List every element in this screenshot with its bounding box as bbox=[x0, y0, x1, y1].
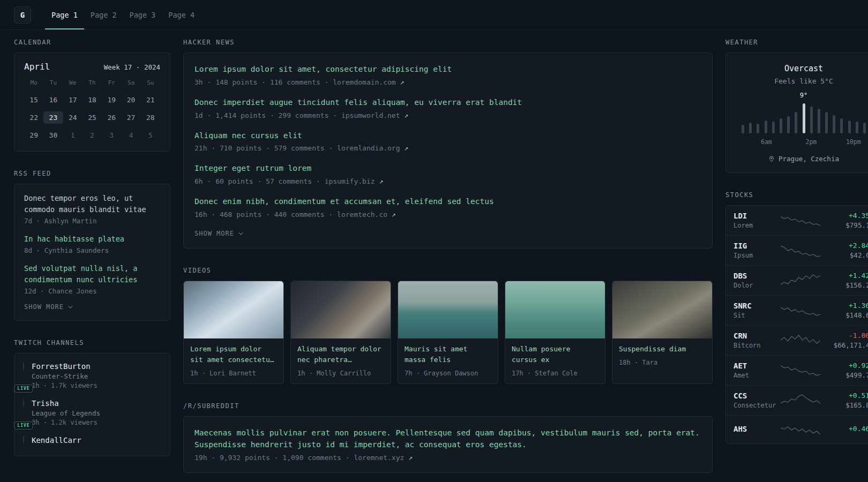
hn-domain-link[interactable]: ipsumify.biz ↗ bbox=[325, 177, 384, 185]
subreddit-domain-link[interactable]: loremnet.xyz ↗ bbox=[354, 454, 413, 462]
app-logo[interactable]: G bbox=[14, 6, 31, 24]
stock-row[interactable]: CCSConsectetur +0.51%$165.84 bbox=[726, 385, 868, 415]
hn-domain-link[interactable]: ipsumworld.net ↗ bbox=[341, 111, 408, 119]
stock-name: Ipsum bbox=[734, 252, 781, 259]
calendar-day: 24 bbox=[63, 111, 83, 124]
rss-show-more-button[interactable]: SHOW MORE bbox=[24, 303, 71, 311]
calendar-day: 18 bbox=[83, 94, 102, 106]
stock-change: +0.92% bbox=[828, 362, 868, 370]
stock-price: $148.64 bbox=[828, 311, 868, 319]
tab-page-3[interactable]: Page 3 bbox=[123, 1, 162, 29]
twitch-channel-row[interactable]: KendallCarr bbox=[23, 436, 161, 446]
stock-name: Consectetur bbox=[734, 402, 781, 409]
hn-item-link[interactable]: Integer eget rutrum lorem bbox=[194, 163, 701, 175]
weather-bar-wrap bbox=[833, 101, 835, 133]
hn-item-link[interactable]: Aliquam nec cursus elit bbox=[194, 130, 701, 142]
weather-condition: Overcast bbox=[734, 64, 868, 73]
stock-sparkline bbox=[781, 303, 820, 319]
hn-domain: loremdomain.com bbox=[333, 78, 395, 86]
weather-bar bbox=[840, 118, 843, 133]
stock-sparkline bbox=[781, 213, 820, 229]
stock-symbol: CRN bbox=[734, 332, 781, 340]
weather-temp-label: 9° bbox=[800, 92, 807, 99]
rss-item-link[interactable]: In hac habitasse platea bbox=[24, 234, 160, 245]
chevron-down-icon bbox=[238, 230, 243, 235]
stock-row[interactable]: IIGIpsum +2.84%$42.04 bbox=[726, 235, 868, 265]
stock-row[interactable]: SNRCSit +1.36%$148.64 bbox=[726, 295, 868, 325]
live-badge: LIVE bbox=[14, 385, 33, 393]
video-card[interactable]: Lorem ipsum dolor sit amet consectetu… 1… bbox=[183, 281, 284, 384]
tab-page-4[interactable]: Page 4 bbox=[162, 1, 201, 29]
stock-price: $795.18 bbox=[828, 221, 868, 229]
stock-sparkline bbox=[781, 363, 820, 379]
channel-name: ForrestBurton bbox=[32, 362, 98, 371]
top-nav: G Page 1 Page 2 Page 3 Page 4 bbox=[0, 0, 868, 30]
stock-row[interactable]: AETAmet +0.92%$499.72 bbox=[726, 355, 868, 385]
hn-domain-link[interactable]: loremlandia.org ↗ bbox=[337, 144, 408, 152]
stock-price: $156.28 bbox=[828, 281, 868, 289]
rss-item-link[interactable]: Donec tempor eros leo, ut commodo mauris… bbox=[24, 193, 160, 215]
weather-bar-wrap bbox=[863, 101, 866, 133]
stocks-widget-title: STOCKS bbox=[725, 191, 868, 199]
video-thumbnail bbox=[291, 281, 391, 338]
calendar-day: 2 bbox=[83, 129, 102, 141]
channel-game: League of Legends bbox=[32, 409, 100, 417]
calendar-day: 3 bbox=[102, 129, 121, 141]
hn-domain-link[interactable]: loremtech.co ↗ bbox=[337, 210, 396, 219]
hn-item: Aliquam nec cursus elit 21h · 710 points… bbox=[194, 130, 701, 153]
stock-row[interactable]: AHS +0.46% bbox=[726, 415, 868, 443]
hn-item-link[interactable]: Donec enim nibh, condimentum et accumsan… bbox=[194, 196, 701, 208]
weather-bar bbox=[856, 122, 858, 133]
weather-bar-wrap bbox=[856, 101, 858, 133]
stock-sparkline bbox=[781, 273, 820, 289]
video-card[interactable]: Suspendisse diam 18h · Tara bbox=[612, 281, 713, 384]
channel-info: Trisha League of Legends 3h · 1.2k viewe… bbox=[32, 399, 100, 426]
video-meta: 1h · Lori Barnett bbox=[190, 370, 277, 377]
stock-change: +2.84% bbox=[828, 242, 868, 250]
external-link-icon: ↗ bbox=[408, 454, 413, 462]
weather-bar-wrap bbox=[780, 101, 782, 133]
video-meta: 1h · Molly Carrillo bbox=[297, 370, 384, 377]
video-card[interactable]: Aliquam tempor dolor nec pharetra… 1h · … bbox=[290, 281, 391, 384]
calendar-weekday: We bbox=[63, 79, 83, 86]
tab-page-2[interactable]: Page 2 bbox=[84, 1, 123, 29]
video-title: Lorem ipsum dolor sit amet consectetu… bbox=[190, 344, 277, 365]
video-title: Aliquam tempor dolor nec pharetra… bbox=[297, 344, 384, 365]
external-link-icon: ↗ bbox=[392, 210, 396, 219]
stock-row[interactable]: CRNBitcorn -1.00%$66,171.48 bbox=[726, 325, 868, 355]
twitch-channel-row[interactable]: LIVE ForrestBurton Counter-Strike 1h · 1… bbox=[23, 362, 161, 389]
video-card[interactable]: Mauris sit amet massa felis 7h · Grayson… bbox=[398, 281, 498, 384]
stock-row[interactable]: LDILorem +4.35%$795.18 bbox=[726, 206, 868, 235]
stock-row[interactable]: DBSDolor +1.42%$156.28 bbox=[726, 265, 868, 295]
weather-bar bbox=[848, 120, 851, 133]
hn-item-link[interactable]: Donec imperdiet augue tincidunt felis al… bbox=[194, 97, 701, 109]
weather-bar-wrap bbox=[757, 101, 759, 133]
video-card[interactable]: Nullam posuere cursus ex 17h · Stefan Co… bbox=[505, 281, 605, 384]
video-meta: 17h · Stefan Cole bbox=[512, 370, 598, 377]
videos-row: Lorem ipsum dolor sit amet consectetu… 1… bbox=[183, 281, 713, 384]
stock-name: Amet bbox=[734, 372, 781, 379]
left-column: CALENDAR April Week 17 · 2024 MoTuWeThFr… bbox=[14, 39, 170, 456]
weather-bar bbox=[742, 125, 744, 133]
calendar-day: 17 bbox=[63, 94, 83, 106]
hn-domain-link[interactable]: loremdomain.com ↗ bbox=[333, 78, 404, 86]
weather-widget-title: WEATHER bbox=[725, 39, 868, 46]
subreddit-post-link[interactable]: Maecenas mollis pulvinar erat non posuer… bbox=[194, 427, 701, 451]
hn-item-link[interactable]: Lorem ipsum dolor sit amet, consectetur … bbox=[194, 64, 701, 76]
hn-item: Donec imperdiet augue tincidunt felis al… bbox=[194, 97, 701, 119]
stock-sparkline bbox=[781, 243, 820, 259]
hn-item: Integer eget rutrum lorem 6h · 60 points… bbox=[194, 163, 701, 185]
subreddit-box: Maecenas mollis pulvinar erat non posuer… bbox=[183, 416, 713, 473]
twitch-channel-row[interactable]: LIVE Trisha League of Legends 3h · 1.2k … bbox=[23, 399, 161, 426]
hn-show-more-button[interactable]: SHOW MORE bbox=[194, 230, 242, 237]
tab-page-1[interactable]: Page 1 bbox=[45, 1, 84, 29]
stock-symbol: AET bbox=[734, 362, 781, 370]
weather-bar bbox=[810, 107, 813, 133]
hackernews-widget-title: HACKER NEWS bbox=[183, 39, 713, 46]
weather-bar bbox=[787, 116, 790, 133]
weather-bar-wrap bbox=[810, 101, 813, 133]
calendar-month: April bbox=[24, 62, 50, 72]
subreddit-meta-text: 19h · 9,932 points · 1,090 comments · bbox=[194, 454, 354, 462]
rss-item-link[interactable]: Sed volutpat nulla nisl, a condimentum n… bbox=[24, 263, 160, 285]
calendar-day-grid: 1516171819202122232425262728293012345 bbox=[24, 94, 160, 141]
